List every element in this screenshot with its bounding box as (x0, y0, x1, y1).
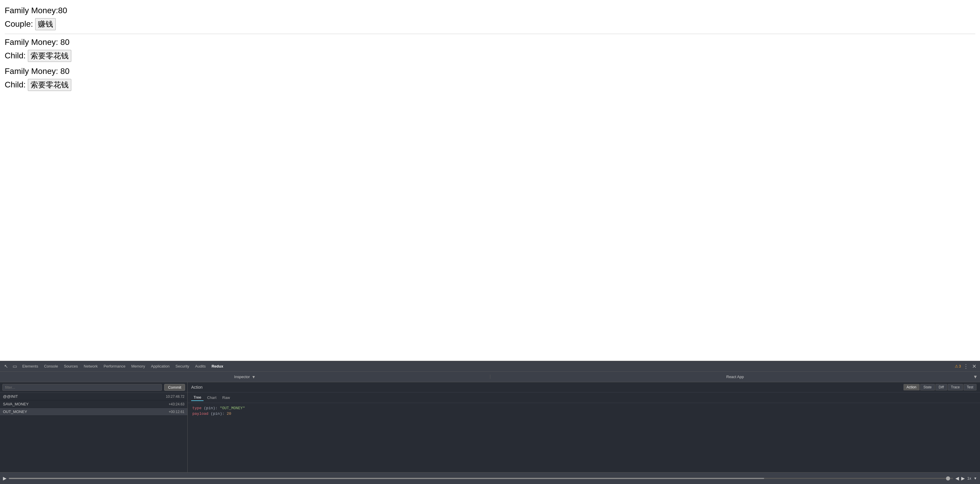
inspector-section: Inspector ▼ (0, 374, 490, 379)
tab-application[interactable]: Application (149, 363, 172, 369)
child-row-2: Child: 索要零花钱 (5, 79, 975, 91)
type-key: type (192, 406, 202, 411)
action-row-out[interactable]: OUT_MONEY +00:12.61 (0, 408, 188, 416)
tab-console[interactable]: Console (41, 363, 60, 369)
devtools-topbar: ↖ ▭ Elements Console Sources Network Per… (0, 361, 980, 372)
inspector-title: Inspector (234, 374, 250, 379)
more-options-button[interactable]: ⋮ (962, 363, 970, 370)
action-tab-diff[interactable]: Diff (935, 384, 947, 390)
type-line: type (pin): "OUT_MONEY" (192, 406, 975, 411)
action-tab-action[interactable]: Action (904, 384, 920, 390)
progress-track[interactable] (9, 478, 953, 479)
child-allowance-button-2[interactable]: 索要零花钱 (28, 79, 71, 91)
action-tab-trace[interactable]: Trace (948, 384, 963, 390)
tree-tabs-bar: Tree Chart Raw (188, 392, 980, 403)
action-tab-test[interactable]: Test (964, 384, 977, 390)
tree-tab-chart[interactable]: Chart (205, 394, 219, 401)
react-app-close-button[interactable]: ▼ (973, 374, 978, 380)
prev-button[interactable]: ◀ (955, 476, 959, 481)
react-app-title: React App (726, 374, 744, 379)
tab-memory[interactable]: Memory (129, 363, 148, 369)
family-money-mid2: Family Money: 80 (5, 67, 975, 76)
couple-label: Couple: (5, 19, 33, 29)
payload-key: payload (192, 412, 208, 416)
family-money-mid1: Family Money: 80 (5, 38, 975, 47)
tab-sources[interactable]: Sources (62, 363, 80, 369)
speed-label: 1x (967, 476, 971, 481)
child-label-1: Child: (5, 51, 26, 60)
payload-line: payload (pin): 20 (192, 412, 975, 416)
inspector-bar: Inspector ▼ React App ▼ (0, 372, 980, 382)
progress-thumb (946, 476, 950, 481)
action-header: Action Action State Diff Trace Test (188, 382, 980, 392)
warning-count: 3 (959, 364, 961, 368)
tab-performance[interactable]: Performance (101, 363, 127, 369)
dt-left-panel: Commit @@INIT 10:27:48.72 SAVA_MONEY +43… (0, 382, 188, 472)
app-area: Family Money:80 Couple: 赚钱 Family Money:… (0, 0, 980, 361)
action-time-out: +00:12.61 (169, 410, 185, 414)
action-name-sava: SAVA_MONEY (3, 402, 169, 406)
devtools-body: Inspector ▼ React App ▼ Commit @@INIT 10… (0, 372, 980, 484)
tab-network[interactable]: Network (81, 363, 100, 369)
next-button[interactable]: ▶ (961, 476, 965, 481)
play-button[interactable]: ▶ (3, 476, 6, 481)
couple-earn-button[interactable]: 赚钱 (35, 18, 56, 30)
filter-row: Commit (0, 382, 188, 393)
action-row-sava[interactable]: SAVA_MONEY +43:24.63 (0, 400, 188, 408)
child-label-2: Child: (5, 80, 26, 89)
playback-bar: ▶ ◀ ▶ 1x ▼ (0, 472, 980, 484)
tree-tab-raw[interactable]: Raw (220, 394, 232, 401)
action-name-init: @@INIT (3, 394, 166, 399)
dt-right-panel: Action Action State Diff Trace Test Tree… (188, 382, 980, 472)
dt-panels: Commit @@INIT 10:27:48.72 SAVA_MONEY +43… (0, 382, 980, 472)
payload-value: 20 (227, 412, 231, 416)
action-row-init[interactable]: @@INIT 10:27:48.72 (0, 393, 188, 400)
close-devtools-button[interactable]: ✕ (971, 363, 978, 370)
react-app-section: React App ▼ (490, 374, 980, 379)
child-row-1: Child: 索要零花钱 (5, 50, 975, 62)
tree-tab-tree[interactable]: Tree (191, 394, 204, 401)
warning-badge: ⚠ 3 (955, 364, 961, 368)
action-tabs: Action State Diff Trace Test (904, 384, 977, 390)
tab-redux[interactable]: Redux (209, 363, 226, 369)
inspector-dropdown-button[interactable]: ▼ (251, 374, 256, 379)
child-allowance-button-1[interactable]: 索要零花钱 (28, 50, 71, 62)
speed-dropdown-button[interactable]: ▼ (974, 476, 977, 481)
action-time-sava: +43:24.63 (169, 402, 185, 406)
filter-input[interactable] (2, 384, 162, 391)
action-tab-state[interactable]: State (920, 384, 935, 390)
type-value: "OUT_MONEY" (220, 406, 245, 411)
action-section-label: Action (191, 385, 904, 390)
tab-security[interactable]: Security (173, 363, 191, 369)
tab-elements[interactable]: Elements (20, 363, 40, 369)
family-money-top: Family Money:80 (5, 6, 975, 15)
tab-audits[interactable]: Audits (192, 363, 208, 369)
type-pin: (pin): (204, 406, 220, 411)
device-icon-btn[interactable]: ▭ (11, 363, 19, 369)
commit-button[interactable]: Commit (164, 384, 185, 391)
action-time-init: 10:27:48.72 (166, 395, 185, 399)
warning-icon: ⚠ (955, 364, 958, 368)
devtools-panel: ↖ ▭ Elements Console Sources Network Per… (0, 361, 980, 484)
payload-pin: (pin): (210, 412, 227, 416)
couple-row: Couple: 赚钱 (5, 18, 975, 30)
progress-fill (9, 478, 764, 479)
action-name-out: OUT_MONEY (3, 409, 169, 414)
cursor-icon-btn[interactable]: ↖ (2, 363, 10, 369)
action-content: type (pin): "OUT_MONEY" payload (pin): 2… (188, 403, 980, 472)
